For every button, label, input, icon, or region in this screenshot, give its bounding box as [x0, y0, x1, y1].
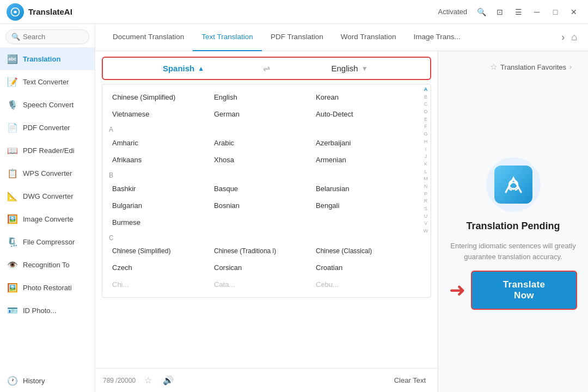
scroll-letter-h[interactable]: H: [424, 139, 428, 145]
scroll-letter-g[interactable]: G: [424, 131, 427, 138]
lang-cell[interactable]: Auto-Detect: [313, 108, 414, 120]
lang-cell[interactable]: Chinese (Simplified): [109, 91, 211, 103]
lang-cell[interactable]: Chinese (Classical): [313, 245, 414, 257]
window-controls: 🔍 ⊡ ☰ ─ □ ✕: [474, 4, 581, 20]
sidebar-item-translation[interactable]: 🔤 Translation: [0, 47, 95, 70]
sidebar-item-photo-restore[interactable]: 🖼️ Photo Restorati: [0, 276, 95, 299]
sidebar-item-text-converter[interactable]: 📝 Text Converter: [0, 70, 95, 93]
lang-cell[interactable]: Bashkir: [109, 182, 211, 195]
scroll-letter-j[interactable]: J: [425, 154, 427, 160]
translate-now-btn[interactable]: Translate Now: [471, 271, 577, 310]
lang-cell[interactable]: Amharic: [109, 137, 211, 149]
lang-cell[interactable]: Afrikaans: [109, 154, 211, 166]
scroll-letter-e[interactable]: E: [424, 117, 427, 123]
scroll-letter-d[interactable]: D: [424, 109, 428, 115]
search-input[interactable]: [23, 33, 83, 41]
lang-cell[interactable]: Xhosa: [211, 154, 313, 166]
scroll-letter-c[interactable]: C: [424, 101, 428, 108]
search-window-btn[interactable]: 🔍: [474, 4, 489, 20]
sidebar-item-recognition[interactable]: 👁️ Recognition To: [0, 253, 95, 276]
scroll-letter-w[interactable]: W: [424, 228, 428, 235]
tab-word[interactable]: Word Translation: [332, 24, 405, 51]
tabs-more-btn[interactable]: ›: [557, 32, 569, 43]
close-btn[interactable]: ✕: [566, 4, 581, 20]
lang-cell[interactable]: Azerbaijani: [313, 137, 414, 149]
scroll-letter-u[interactable]: U: [424, 213, 428, 220]
menu-btn[interactable]: ☰: [511, 4, 526, 20]
lang-cell[interactable]: Croatian: [313, 261, 414, 274]
speech-convert-icon: 🎙️: [7, 99, 19, 111]
text-converter-icon: 📝: [7, 76, 19, 88]
sidebar-item-dwg-converter[interactable]: 📐 DWG Converter: [0, 185, 95, 207]
minimize-btn[interactable]: ─: [529, 4, 544, 20]
scroll-letter-a[interactable]: A: [424, 87, 428, 93]
sidebar-item-wps-converter[interactable]: 📋 WPS Converter: [0, 162, 95, 185]
target-lang-selector[interactable]: English ▼: [275, 64, 424, 73]
clear-text-btn[interactable]: Clear Text: [390, 374, 430, 387]
scroll-letter-k[interactable]: K: [424, 161, 427, 168]
lang-cell[interactable]: Corsican: [211, 261, 313, 274]
tab-text[interactable]: Text Translation: [193, 24, 262, 51]
history-label: History: [23, 377, 45, 385]
sidebar-item-pdf-converter[interactable]: 📄 PDF Converter: [0, 116, 95, 139]
scroll-letter-f[interactable]: F: [424, 124, 427, 130]
star-icon[interactable]: ☆: [142, 373, 154, 388]
lang-dropdown: Chinese (Simplified) English Korean Viet…: [102, 84, 431, 298]
scroll-letter-b[interactable]: B: [424, 94, 427, 101]
sidebar-item-image-converter[interactable]: 🖼️ Image Converte: [0, 207, 95, 230]
speaker-icon[interactable]: 🔊: [161, 373, 176, 388]
source-lang-selector[interactable]: Spanish ▲: [109, 64, 258, 73]
lang-swap-icon[interactable]: ⇌: [258, 63, 275, 74]
tab-document[interactable]: Document Translation: [104, 24, 193, 51]
lang-row-top-2: Vietnamese German Auto-Detect: [102, 106, 421, 122]
scroll-letter-v[interactable]: V: [424, 220, 427, 227]
translation-pending: Translation Pending Entering idiomatic s…: [438, 75, 588, 392]
sidebar-item-speech-convert[interactable]: 🎙️ Speech Convert: [0, 93, 95, 116]
lang-cell[interactable]: Chinese (Traditiona l): [211, 245, 313, 257]
app-name: TranslateAI: [28, 7, 438, 16]
scroll-letter-m[interactable]: M: [424, 176, 428, 182]
lang-cell[interactable]: Arabic: [211, 137, 313, 149]
scroll-letter-l[interactable]: L: [424, 169, 427, 175]
scroll-letter-n[interactable]: N: [424, 183, 428, 190]
sidebar: 🔍 🔤 Translation 📝 Text Converter 🎙️ Spee…: [0, 24, 95, 392]
lang-cell[interactable]: Armenian: [313, 154, 414, 166]
scroll-letter-r[interactable]: R: [424, 198, 428, 205]
lang-cell[interactable]: German: [211, 108, 313, 120]
tab-image[interactable]: Image Trans...: [405, 24, 469, 51]
tabs-home-btn[interactable]: ⌂: [569, 32, 579, 43]
lang-cell[interactable]: English: [211, 91, 313, 103]
lang-cell[interactable]: Chi...: [109, 278, 211, 291]
search-icon: 🔍: [11, 33, 20, 41]
sidebar-item-file-compressor[interactable]: 🗜️ File Compressor: [0, 230, 95, 253]
lang-cell[interactable]: Bulgarian: [109, 199, 211, 212]
scroll-letter-p[interactable]: P: [424, 191, 427, 198]
lang-cell[interactable]: Korean: [313, 91, 414, 103]
char-count: 789 /20000: [103, 377, 136, 384]
lang-cell[interactable]: Belarusian: [313, 182, 414, 195]
text-converter-label: Text Converter: [23, 78, 69, 86]
maximize-btn[interactable]: □: [548, 4, 563, 20]
lang-row-b2: Bulgarian Bosnian Bengali: [102, 197, 421, 214]
tab-pdf[interactable]: PDF Translation: [262, 24, 332, 51]
lang-cell[interactable]: Basque: [211, 182, 313, 195]
sidebar-item-id-photo[interactable]: 🪪 ID Photo...: [0, 299, 95, 322]
lang-cell[interactable]: Bengali: [313, 199, 414, 212]
pending-desc: Entering idiomatic sentences will greatl…: [449, 241, 577, 262]
lang-cell[interactable]: Chinese (Simplified): [109, 245, 211, 257]
lang-cell: [211, 216, 313, 229]
lang-cell[interactable]: Bosnian: [211, 199, 313, 212]
image-converter-icon: 🖼️: [7, 213, 19, 225]
lang-cell[interactable]: Cebu...: [313, 278, 414, 291]
restore-btn[interactable]: ⊡: [492, 4, 507, 20]
lang-cell[interactable]: Czech: [109, 261, 211, 274]
search-bar[interactable]: 🔍: [5, 29, 89, 44]
lang-cell[interactable]: Cata...: [211, 278, 313, 291]
scroll-letter-s[interactable]: S: [424, 206, 427, 212]
lang-cell[interactable]: Vietnamese: [109, 108, 211, 120]
sidebar-item-history[interactable]: 🕐 History: [0, 369, 95, 392]
sidebar-item-pdf-reader[interactable]: 📖 PDF Reader/Edi: [0, 139, 95, 162]
lang-cell[interactable]: Burmese: [109, 216, 211, 229]
favorites-btn[interactable]: ☆ Translation Favorites ›: [485, 59, 577, 75]
scroll-letter-i[interactable]: I: [425, 146, 427, 153]
